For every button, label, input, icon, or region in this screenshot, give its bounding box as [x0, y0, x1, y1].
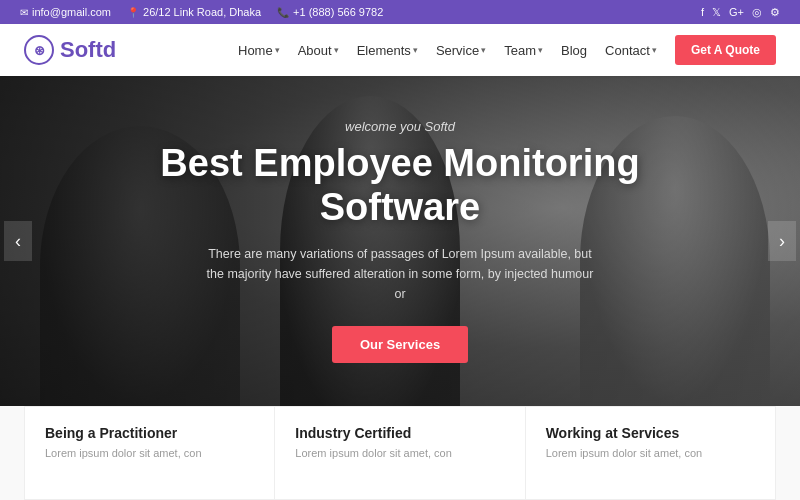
social-icons: f 𝕏 G+ ◎ ⚙ [701, 6, 780, 19]
logo[interactable]: ⊛ Softd [24, 35, 116, 65]
hero-prev-button[interactable]: ‹ [4, 221, 32, 261]
email-text: info@gmail.com [32, 6, 111, 18]
twitter-icon[interactable]: 𝕏 [712, 6, 721, 19]
card-services-title: Working at Services [546, 425, 755, 441]
facebook-icon[interactable]: f [701, 6, 704, 18]
our-services-button[interactable]: Our Services [332, 326, 468, 363]
card-certified-title: Industry Certified [295, 425, 504, 441]
top-bar-left: ✉ info@gmail.com 📍 26/12 Link Road, Dhak… [20, 6, 383, 18]
hero-title-line2: Software [320, 186, 480, 228]
nav-about-label: About [298, 43, 332, 58]
email-item: ✉ info@gmail.com [20, 6, 111, 18]
instagram-icon[interactable]: ◎ [752, 6, 762, 19]
card-services: Working at Services Lorem ipsum dolor si… [526, 406, 776, 500]
phone-icon: 📞 [277, 7, 289, 18]
card-practitioner-desc: Lorem ipsum dolor sit amet, con [45, 447, 254, 459]
phone-text: +1 (888) 566 9782 [293, 6, 383, 18]
nav-links: Home ▾ About ▾ Elements ▾ Service ▾ Team… [238, 35, 776, 65]
nav-team-label: Team [504, 43, 536, 58]
nav-home-label: Home [238, 43, 273, 58]
chevron-down-icon: ▾ [275, 45, 280, 55]
card-certified-desc: Lorem ipsum dolor sit amet, con [295, 447, 504, 459]
cards-section: Being a Practitioner Lorem ipsum dolor s… [0, 406, 800, 500]
address-text: 26/12 Link Road, Dhaka [143, 6, 261, 18]
settings-icon[interactable]: ⚙ [770, 6, 780, 19]
phone-item: 📞 +1 (888) 566 9782 [277, 6, 383, 18]
hero-title-line1: Best Employee Monitoring [160, 142, 639, 184]
location-icon: 📍 [127, 7, 139, 18]
nav-elements[interactable]: Elements ▾ [357, 43, 418, 58]
card-certified: Industry Certified Lorem ipsum dolor sit… [275, 406, 525, 500]
logo-icon: ⊛ [24, 35, 54, 65]
navbar: ⊛ Softd Home ▾ About ▾ Elements ▾ Servic… [0, 24, 800, 76]
get-quote-button[interactable]: Get A Quote [675, 35, 776, 65]
nav-blog[interactable]: Blog [561, 43, 587, 58]
nav-service-label: Service [436, 43, 479, 58]
card-practitioner: Being a Practitioner Lorem ipsum dolor s… [24, 406, 275, 500]
nav-blog-label: Blog [561, 43, 587, 58]
card-services-desc: Lorem ipsum dolor sit amet, con [546, 447, 755, 459]
hero-section: ‹ welcome you Softd Best Employee Monito… [0, 76, 800, 406]
chevron-down-icon: ▾ [481, 45, 486, 55]
hero-next-button[interactable]: › [768, 221, 796, 261]
hero-title: Best Employee Monitoring Software [160, 142, 639, 229]
nav-elements-label: Elements [357, 43, 411, 58]
chevron-down-icon: ▾ [652, 45, 657, 55]
chevron-down-icon: ▾ [413, 45, 418, 55]
logo-text: Softd [60, 37, 116, 63]
nav-contact[interactable]: Contact ▾ [605, 43, 657, 58]
hero-description: There are many variations of passages of… [200, 244, 600, 304]
address-item: 📍 26/12 Link Road, Dhaka [127, 6, 261, 18]
nav-contact-label: Contact [605, 43, 650, 58]
top-bar: ✉ info@gmail.com 📍 26/12 Link Road, Dhak… [0, 0, 800, 24]
google-plus-icon[interactable]: G+ [729, 6, 744, 18]
nav-home[interactable]: Home ▾ [238, 43, 280, 58]
email-icon: ✉ [20, 7, 28, 18]
nav-team[interactable]: Team ▾ [504, 43, 543, 58]
hero-content: welcome you Softd Best Employee Monitori… [140, 119, 659, 362]
hero-welcome-text: welcome you Softd [160, 119, 639, 134]
chevron-down-icon: ▾ [334, 45, 339, 55]
chevron-down-icon: ▾ [538, 45, 543, 55]
card-practitioner-title: Being a Practitioner [45, 425, 254, 441]
nav-service[interactable]: Service ▾ [436, 43, 486, 58]
nav-about[interactable]: About ▾ [298, 43, 339, 58]
